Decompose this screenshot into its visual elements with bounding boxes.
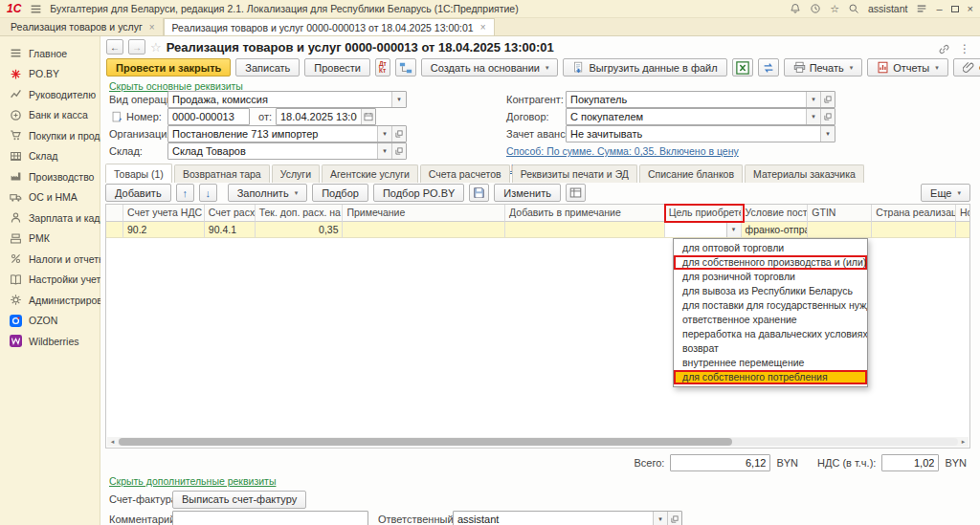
col-note[interactable]: Примечание	[343, 205, 505, 222]
tab-vozvratnaya-tara[interactable]: Возвратная тара	[174, 164, 270, 183]
col-gtin[interactable]: GTIN	[808, 205, 872, 222]
cell-gtin[interactable]	[808, 222, 872, 238]
organization-input[interactable]	[168, 126, 377, 142]
contract-field[interactable]: ▾	[566, 108, 835, 125]
operation-type-input[interactable]	[168, 92, 391, 107]
move-row-down-button[interactable]: ↓	[199, 184, 217, 202]
sidebar-item-sklad[interactable]: Склад	[0, 146, 100, 167]
back-button[interactable]: ←	[106, 39, 123, 55]
tab-uslugi[interactable]: Услуги	[272, 164, 320, 183]
sidebar-item-pokupki-prodazhi[interactable]: Покупки и продажи	[0, 125, 100, 146]
tab-close-icon[interactable]: ×	[149, 22, 155, 33]
responsible-field[interactable]: ▾	[453, 511, 682, 525]
table-row[interactable]: 90.2 90.4.1 0,35 ▾ франко-отправление	[106, 222, 969, 238]
cell-append-note[interactable]	[505, 222, 665, 238]
horizontal-scrollbar[interactable]: ◂ ▸	[107, 437, 969, 447]
grid-more-button[interactable]: Еще▾	[921, 184, 970, 202]
post-and-close-button[interactable]: Провести и закрыть	[106, 58, 231, 77]
open-item-icon[interactable]	[391, 126, 406, 142]
chevron-down-icon[interactable]: ▾	[653, 512, 667, 525]
calendar-icon[interactable]	[361, 109, 375, 124]
number-input[interactable]	[168, 109, 249, 124]
sidebar-item-administrirovanie[interactable]: Администрирование	[0, 290, 100, 311]
comment-field[interactable]	[172, 511, 368, 525]
show-postings-button[interactable]: ДтКт	[375, 58, 390, 77]
exchange-button[interactable]	[758, 58, 779, 77]
close-window-button[interactable]: ×	[968, 4, 973, 14]
create-based-on-button[interactable]: Создать на основании▾	[421, 58, 559, 77]
dropdown-option[interactable]: внутреннее перемещение	[674, 356, 867, 370]
tab-rekvizity-pechati[interactable]: Реквизиты печати и ЭД	[512, 164, 637, 183]
move-row-up-button[interactable]: ↑	[176, 184, 194, 202]
scrollbar-track[interactable]	[118, 438, 958, 446]
pick-poby-button[interactable]: Подбор PO.BY	[373, 184, 464, 202]
reports-button[interactable]: Отчеты▾	[867, 58, 948, 77]
history-icon[interactable]	[810, 3, 821, 14]
main-menu-icon[interactable]	[29, 3, 42, 15]
dropdown-option[interactable]: ответственное хранение	[674, 313, 867, 327]
edit-button[interactable]: Изменить	[494, 184, 561, 202]
dropdown-option[interactable]: возврат	[674, 341, 867, 356]
notifications-icon[interactable]	[790, 3, 801, 14]
favorites-icon[interactable]: ☆	[830, 4, 839, 14]
dropdown-option-annotated[interactable]: для собственного производства и (или) по…	[674, 255, 867, 270]
tab-agentskie-uslugi[interactable]: Агентские услуги	[322, 164, 418, 183]
sidebar-item-wildberries[interactable]: Wildberries	[0, 331, 100, 352]
sidebar-item-rmk[interactable]: РМК	[0, 229, 100, 250]
counterparty-input[interactable]	[567, 92, 806, 107]
cell-country[interactable]	[872, 222, 956, 238]
cell-note[interactable]	[343, 222, 505, 238]
chevron-down-icon[interactable]: ▾	[806, 92, 820, 107]
maximize-button[interactable]	[951, 6, 959, 12]
number-field[interactable]	[167, 108, 250, 125]
dropdown-option[interactable]: переработка на давальческих условиях	[674, 327, 867, 341]
scrollbar-thumb[interactable]	[119, 438, 732, 446]
dropdown-option[interactable]: для розничной торговли	[674, 270, 867, 284]
cell-purchase-purpose[interactable]: ▾	[665, 222, 742, 238]
sidebar-item-glavnoe[interactable]: Главное	[0, 43, 100, 64]
counterparty-field[interactable]: ▾	[566, 91, 835, 108]
contract-input[interactable]	[567, 109, 806, 124]
sidebar-item-rukovoditelyu[interactable]: Руководителю	[0, 84, 100, 105]
sidebar-item-proizvodstvo[interactable]: Производство	[0, 166, 100, 187]
dropdown-option[interactable]: для поставки для государственных нужд	[674, 298, 867, 313]
sidebar-item-nalogi[interactable]: Налоги и отчетность	[0, 249, 100, 270]
dropdown-option[interactable]: для оптовой торговли	[674, 241, 867, 255]
chevron-down-icon[interactable]: ▾	[377, 126, 391, 142]
advance-field[interactable]: ▾	[566, 125, 835, 142]
export-data-button[interactable]: Выгрузить данные в файл	[563, 58, 726, 77]
open-item-icon[interactable]	[820, 92, 835, 107]
advance-input[interactable]	[567, 126, 820, 142]
print-button[interactable]: Печать▾	[784, 58, 863, 77]
sidebar-item-poby[interactable]: PO.BY	[0, 64, 100, 85]
open-item-icon[interactable]	[391, 143, 406, 159]
post-button[interactable]: Провести	[304, 58, 370, 77]
cloud-files-button[interactable]: Файлы в облаке	[953, 58, 980, 77]
sidebar-item-nastroyki-ucheta[interactable]: Настройки учета	[0, 270, 100, 291]
col-extra-cost[interactable]: Тек. доп. расх. на ед.	[256, 205, 344, 222]
col-delivery-condition[interactable]: Условие поставки	[742, 205, 809, 222]
organization-field[interactable]: ▾	[167, 125, 407, 142]
chevron-down-icon[interactable]: ▾	[377, 143, 391, 159]
scroll-right-icon[interactable]: ▸	[958, 438, 969, 446]
sidebar-item-os-nma[interactable]: ОС и НМА	[0, 187, 100, 208]
service-menu-icon[interactable]	[916, 4, 927, 13]
cell-vat-account[interactable]: 90.2	[123, 222, 205, 238]
operation-type-field[interactable]: ▾	[167, 91, 407, 108]
date-field[interactable]	[276, 108, 376, 125]
vat-method-link[interactable]: Способ: По сумме. Сумма: 0,35. Включено …	[506, 145, 739, 157]
tab-close-icon[interactable]: ×	[480, 22, 486, 33]
chevron-down-icon[interactable]: ▾	[820, 126, 835, 142]
chevron-down-icon[interactable]: ▾	[726, 222, 741, 237]
tab-spisanie-blankov[interactable]: Списание бланков	[639, 164, 743, 183]
dropdown-option[interactable]: для вывоза из Республики Беларусь	[674, 284, 867, 298]
open-item-icon[interactable]	[667, 512, 681, 525]
tab-materialy-zakazchika[interactable]: Материалы заказчика	[745, 164, 864, 183]
col-expense-account[interactable]: Счет расходов	[205, 205, 256, 222]
comment-input[interactable]	[173, 512, 368, 525]
tab-scheta-raschetov[interactable]: Счета расчетов	[420, 164, 510, 183]
open-item-icon[interactable]	[820, 109, 835, 124]
cell-extra-cost[interactable]: 0,35	[256, 222, 344, 238]
save-grid-button[interactable]	[469, 184, 489, 202]
col-cut-off[interactable]: Но...	[956, 205, 969, 222]
